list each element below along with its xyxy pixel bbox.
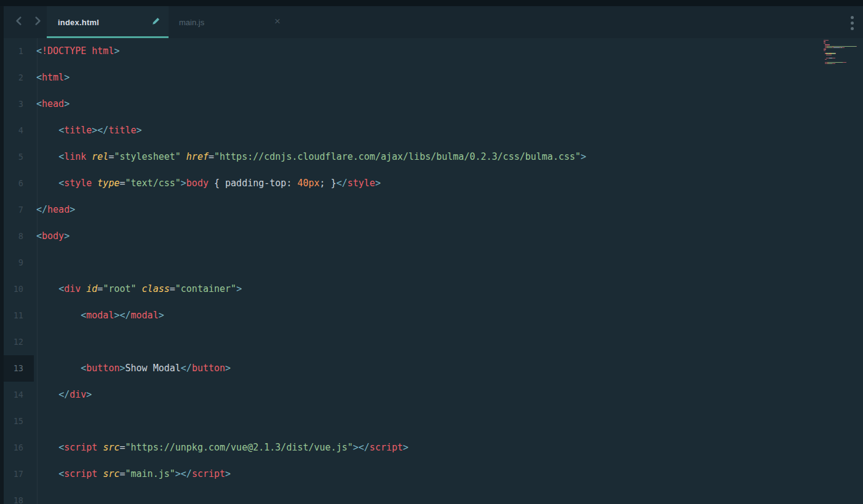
code-text: </div>: [36, 382, 863, 408]
tab-main-js[interactable]: main.js ×: [169, 6, 292, 38]
kebab-dot: [851, 16, 854, 19]
code-text: <body>: [36, 223, 863, 250]
tab-nav-buttons: [4, 6, 47, 38]
minimap-line: [824, 47, 858, 48]
line-number: 11: [0, 302, 34, 329]
minimap-line: [824, 58, 858, 58]
code-text: <script src="https://unpkg.com/vue@2.1.3…: [36, 435, 863, 461]
line-number: 15: [0, 408, 34, 435]
line-number: 5: [0, 144, 34, 170]
code-line[interactable]: 16 <script src="https://unpkg.com/vue@2.…: [0, 435, 863, 461]
minimap-line: [824, 60, 858, 61]
minimap-line: [824, 40, 858, 41]
code-line[interactable]: 5 <link rel="stylesheet" href="https://c…: [0, 144, 863, 170]
code-text: <link rel="stylesheet" href="https://cdn…: [36, 144, 863, 170]
code-text: <script src="main.js"></script>: [36, 461, 863, 487]
tab-label: main.js: [169, 18, 204, 27]
minimap-line: [824, 63, 858, 64]
line-number: 7: [0, 197, 34, 223]
code-line[interactable]: 14 </div>: [0, 382, 863, 408]
minimap-line: [824, 49, 858, 49]
minimap-line: [824, 52, 858, 52]
code-editor[interactable]: 1<!DOCTYPE html>2<html>3<head>4 <title><…: [0, 38, 863, 504]
code-line[interactable]: 12: [0, 329, 863, 355]
tab-label: index.html: [47, 18, 99, 27]
chevron-left-icon: [14, 16, 24, 28]
line-number: 8: [0, 223, 34, 250]
minimap-line: [824, 41, 858, 42]
code-line[interactable]: 8<body>: [0, 223, 863, 250]
code-line[interactable]: 4 <title></title>: [0, 117, 863, 144]
minimap-line: [824, 65, 858, 65]
code-line[interactable]: 10 <div id="root" class="container">: [0, 276, 863, 302]
line-number: 4: [0, 117, 34, 144]
minimap-line: [824, 50, 858, 51]
code-text: <head>: [36, 91, 863, 117]
code-text: <!DOCTYPE html>: [36, 38, 863, 65]
minimap[interactable]: [824, 40, 858, 66]
line-number: 16: [0, 435, 34, 461]
code-line[interactable]: 9: [0, 250, 863, 276]
line-number: 1: [0, 38, 34, 65]
window-top-edge: [0, 0, 863, 6]
code-text: <modal></modal>: [36, 302, 863, 329]
line-number: 18: [0, 487, 34, 504]
window-left-edge: [0, 0, 4, 504]
code-text: <button>Show Modal</button>: [36, 355, 863, 382]
minimap-line: [824, 43, 858, 44]
minimap-line: [824, 62, 858, 63]
active-tab-underline: [47, 36, 169, 38]
code-text: <html>: [36, 65, 863, 91]
code-line[interactable]: 11 <modal></modal>: [0, 302, 863, 329]
code-line[interactable]: 2<html>: [0, 65, 863, 91]
code-line[interactable]: 1<!DOCTYPE html>: [0, 38, 863, 65]
line-number: 13: [0, 355, 34, 382]
line-number: 2: [0, 65, 34, 91]
minimap-line: [824, 59, 858, 60]
line-number: 17: [0, 461, 34, 487]
code-text: <div id="root" class="container">: [36, 276, 863, 302]
kebab-dot: [851, 22, 854, 25]
forward-button[interactable]: [28, 6, 47, 38]
line-number: 14: [0, 382, 34, 408]
tab-bar: index.html main.js ×: [4, 6, 863, 38]
line-number: 10: [0, 276, 34, 302]
minimap-line: [824, 44, 858, 45]
back-button[interactable]: [10, 6, 28, 38]
minimap-line: [824, 46, 858, 47]
line-number: 12: [0, 329, 34, 355]
code-line[interactable]: 3<head>: [0, 91, 863, 117]
line-number: 6: [0, 170, 34, 197]
code-lines: 1<!DOCTYPE html>2<html>3<head>4 <title><…: [0, 38, 863, 504]
pencil-icon: [151, 16, 161, 29]
chevron-right-icon: [33, 16, 42, 28]
code-line[interactable]: 18: [0, 487, 863, 504]
code-text: <title></title>: [36, 117, 863, 144]
code-line[interactable]: 13 <button>Show Modal</button>: [0, 355, 863, 382]
code-line[interactable]: 7</head>: [0, 197, 863, 223]
line-number: 3: [0, 91, 34, 117]
code-line[interactable]: 15: [0, 408, 863, 435]
code-text: <style type="text/css">body { padding-to…: [36, 170, 863, 197]
close-icon[interactable]: ×: [274, 15, 280, 28]
minimap-line: [824, 55, 858, 55]
code-text: </head>: [36, 197, 863, 223]
code-line[interactable]: 6 <style type="text/css">body { padding-…: [0, 170, 863, 197]
overflow-menu-button[interactable]: [846, 13, 857, 33]
minimap-line: [824, 56, 858, 57]
kebab-dot: [851, 27, 854, 30]
minimap-line: [824, 53, 858, 53]
code-line[interactable]: 17 <script src="main.js"></script>: [0, 461, 863, 487]
tab-index-html[interactable]: index.html: [47, 6, 169, 38]
line-number: 9: [0, 250, 34, 276]
